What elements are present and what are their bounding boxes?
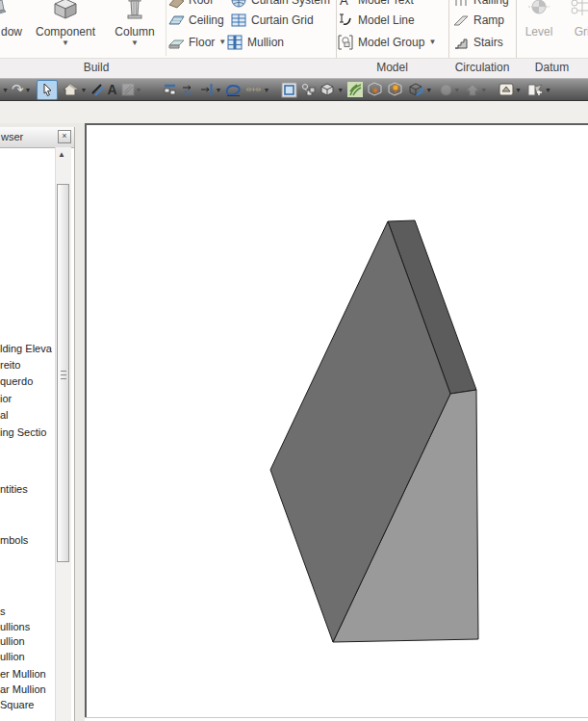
view-toolbar: ▼ ↷ ▼ ▼ A ▼ ▼ ▼ ▼ ✶ [0,78,588,101]
model-text-icon: A [338,0,354,9]
stairs-button[interactable]: Stairs [453,33,503,52]
sphere-dropdown-icon: ▼ [453,87,460,93]
column-button[interactable]: Column ▼ [106,0,164,56]
browser-tree-item[interactable]: ntities [0,483,28,495]
browser-tree-item[interactable]: ar Mullion [0,683,46,695]
switch-windows-dropdown-icon[interactable]: ▼ [515,87,522,93]
level-button: Level [518,0,560,56]
close-icon[interactable]: × [58,130,71,143]
svg-text:✶: ✶ [371,85,379,96]
browser-tree-item[interactable]: ullion [0,635,25,647]
ribbon-panel-row: Build Model Circulation Datum [0,58,588,78]
curtain-system-button[interactable]: Curtain System [231,0,330,10]
browser-tree-item[interactable]: ullion [0,651,25,662]
render-icon[interactable] [347,81,363,98]
mullion-button[interactable]: Mullion [227,33,284,52]
home-3d-view-icon[interactable] [63,81,79,98]
select-box-icon[interactable] [281,81,297,98]
svg-text:A: A [340,0,348,8]
browser-tree-item[interactable]: reito [0,359,20,371]
overflow-arrow-icon[interactable]: ▼ [2,87,9,93]
model-text-button[interactable]: A Model Text [338,0,414,10]
visibility-filter-dropdown-icon[interactable]: ▼ [545,87,551,93]
solid-form-icon[interactable] [320,81,336,98]
railing-button[interactable]: Railing [453,0,509,10]
light-icon[interactable]: ✶ [367,81,383,98]
model-group-dropdown-arrow[interactable]: ▼ [428,39,436,46]
browser-tree-item[interactable]: querdo [0,375,33,387]
browser-tree-item[interactable]: Square [0,699,34,710]
browser-scrollbar[interactable]: ▲ [55,147,71,721]
component-icon [51,0,80,21]
sketch-plane-icon[interactable] [225,81,242,98]
redo-dropdown-icon[interactable]: ▼ [25,87,32,93]
project-browser-tree[interactable]: lding Elevareitoquerdoioraling Sectionti… [0,147,55,721]
browser-tree-item[interactable]: al [0,409,9,421]
project-browser-titlebar[interactable]: wser × [0,127,74,148]
sun-icon[interactable] [387,81,403,98]
redo-icon[interactable]: ↷ [12,81,24,98]
visibility-filter-icon[interactable] [527,81,544,98]
browser-tree-item[interactable]: s [0,605,6,617]
roof-button[interactable]: Roof [168,0,213,10]
roof-icon [168,0,185,9]
paste-icon[interactable] [301,81,316,98]
floor-button[interactable]: Floor ▼ [168,33,226,52]
curtain-grid-button[interactable]: Curtain Grid [231,11,314,30]
browser-tree-item[interactable]: ing Sectio [0,426,46,438]
home-dropdown-icon[interactable]: ▼ [80,87,87,93]
model-3d-shape[interactable] [87,125,588,718]
project-browser-panel: wser × lding Elevareitoquerdoioraling Se… [0,127,75,721]
column-dropdown-arrow[interactable]: ▼ [106,39,164,47]
browser-tree-item[interactable]: ullions [0,621,30,632]
component-dropdown-arrow[interactable]: ▼ [27,39,104,47]
floor-dropdown-arrow[interactable]: ▼ [218,39,226,46]
grid-label: Grid [564,25,588,39]
trim-icon[interactable] [200,81,214,98]
ramp-button[interactable]: Ramp [453,11,504,30]
section-icon[interactable] [90,81,104,98]
panel-label-build[interactable]: Build [67,61,125,74]
panel-label-datum[interactable]: Datum [516,61,588,74]
model-group-button[interactable]: Model Group ▼ [338,33,436,52]
browser-tree-item[interactable]: lding Eleva [0,343,52,354]
arrow-up-dropdown-icon: ▼ [480,87,487,93]
curtain-system-icon [231,0,247,9]
column-icon [127,0,142,21]
model-line-icon [338,13,354,29]
browser-tree-item[interactable]: ior [0,393,12,404]
browser-tree-item[interactable]: mbols [0,534,28,546]
measure-icon [245,81,262,98]
grid-icon [571,0,588,19]
ceiling-button[interactable]: Ceiling [168,11,224,30]
options-bar [0,101,588,123]
text-icon[interactable]: A [107,81,116,98]
ceiling-icon [168,13,185,29]
solid-form-dropdown-icon[interactable]: ▼ [337,87,344,93]
panel-label-circulation[interactable]: Circulation [448,61,516,74]
canvas-bottom-edge [85,717,588,718]
sphere-icon [440,81,452,98]
panel-label-model[interactable]: Model [336,61,448,74]
section-box-dropdown-icon[interactable]: ▼ [425,87,432,93]
railing-icon [453,0,470,9]
move-icon[interactable] [182,81,196,98]
level-label: Level [518,25,560,39]
scroll-up-icon[interactable]: ▲ [58,150,65,159]
scrollbar-thumb[interactable] [57,184,69,562]
switch-windows-icon[interactable] [499,81,514,98]
model-group-icon [338,35,354,51]
browser-tree-item[interactable]: er Mullion [0,668,46,680]
component-label: Component [27,25,104,39]
level-icon [528,0,550,19]
ribbon: dow Component ▼ Column ▼ Roof Ceiling [0,0,588,78]
project-browser-title: wser [1,131,23,142]
section-box-icon[interactable] [407,81,424,98]
trim-dropdown-icon[interactable]: ▼ [215,87,221,93]
modify-cursor-icon[interactable] [37,80,58,100]
component-button[interactable]: Component ▼ [27,0,104,56]
model-line-button[interactable]: Model Line [338,11,415,30]
drawing-canvas[interactable] [85,123,588,718]
align-icon[interactable] [163,81,177,98]
measure-dropdown-icon[interactable]: ▼ [263,87,269,93]
